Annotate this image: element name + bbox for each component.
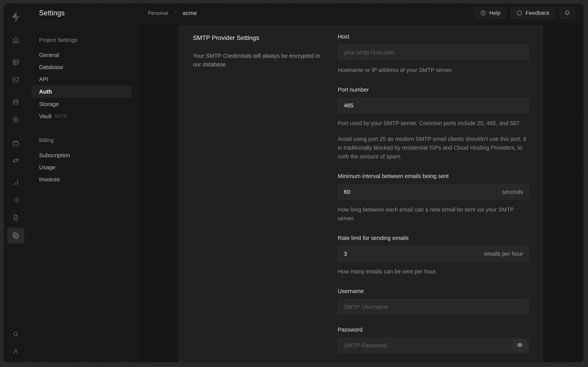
port-warning-note: Avoid using port 25 as modern SMTP email… <box>338 135 529 161</box>
rail-item-search[interactable] <box>7 326 24 341</box>
table-editor-icon <box>12 59 19 66</box>
chat-bubble-icon <box>517 10 523 16</box>
smtp-settings-panel: SMTP Provider Settings Your SMTP Credent… <box>178 25 543 362</box>
username-label: Username <box>338 288 529 294</box>
main-content: SMTP Provider Settings Your SMTP Credent… <box>137 23 584 362</box>
help-button-label: Help <box>489 10 500 16</box>
bell-icon <box>564 10 570 16</box>
file-text-icon <box>12 214 19 221</box>
rail-item-reports[interactable] <box>7 175 24 190</box>
sidebar-item-subscription[interactable]: Subscription <box>28 149 137 161</box>
lock-icon <box>12 116 19 123</box>
icon-rail <box>4 4 28 362</box>
port-input[interactable] <box>338 98 529 113</box>
user-icon <box>12 348 19 355</box>
sidebar-section-billing: Billing <box>28 136 137 144</box>
search-icon <box>12 330 19 337</box>
header-actions: Help Feedback <box>474 7 575 19</box>
sql-editor-icon <box>12 76 19 83</box>
interval-label: Minimum interval between emails being se… <box>338 173 529 179</box>
port-label: Port number <box>338 87 529 93</box>
username-field: Username <box>338 288 529 315</box>
rail-item-storage[interactable] <box>7 136 24 150</box>
port-helper: Port used by your SMTP server. Common po… <box>338 119 529 128</box>
sidebar-item-database[interactable]: Database <box>28 61 137 73</box>
smtp-form: Host Hostname or IP address of your SMTP… <box>338 25 543 362</box>
username-input[interactable] <box>338 300 529 314</box>
top-bar: Personal / acme Help Feedback <box>137 4 584 23</box>
interval-field: Minimum interval between emails being se… <box>338 173 529 223</box>
panel-intro: SMTP Provider Settings Your SMTP Credent… <box>178 25 338 362</box>
password-label: Password <box>338 326 529 333</box>
sidebar-item-invoices[interactable]: Invoices <box>28 173 137 185</box>
rail-item-account[interactable] <box>7 344 24 359</box>
toggle-password-visibility-button[interactable] <box>513 340 527 351</box>
host-helper: Hostname or IP address of your SMTP serv… <box>338 66 529 75</box>
help-circle-icon <box>480 10 486 16</box>
breadcrumb-separator: / <box>175 10 176 16</box>
settings-sidebar: Project Settings General Database API Au… <box>28 23 137 362</box>
app-window: Settings Personal / acme Help Feedback <box>3 3 584 363</box>
panel-description: Your SMTP Credentials will always be enc… <box>193 51 325 69</box>
sidebar-section-project-settings: Project Settings <box>28 36 137 44</box>
home-icon <box>12 37 19 44</box>
rate-limit-helper: How many emails can be sent per hour. <box>338 267 529 276</box>
rail-item-project-settings[interactable] <box>7 228 24 244</box>
sidebar-item-general[interactable]: General <box>28 49 137 61</box>
password-field: Password <box>338 326 529 353</box>
rail-item-home[interactable] <box>7 33 24 48</box>
edge-functions-icon <box>12 157 19 164</box>
bar-chart-icon <box>12 179 19 186</box>
feedback-button-label: Feedback <box>526 10 549 16</box>
supabase-bolt-logo-icon <box>10 11 21 23</box>
gear-icon <box>12 232 19 239</box>
host-label: Host <box>338 33 529 40</box>
sidebar-item-vault[interactable]: Vault BETA <box>28 110 137 122</box>
help-button[interactable]: Help <box>474 7 507 19</box>
rail-item-authentication[interactable] <box>7 112 24 127</box>
sidebar-item-storage[interactable]: Storage <box>28 98 137 110</box>
host-input[interactable] <box>338 45 529 60</box>
list-icon <box>12 197 19 204</box>
interval-helper: How long between each email can a new em… <box>338 205 529 223</box>
rail-item-table-editor[interactable] <box>7 55 24 70</box>
rate-limit-input[interactable] <box>338 246 529 261</box>
beta-badge: BETA <box>55 114 67 119</box>
sidebar-item-auth[interactable]: Auth <box>31 85 131 98</box>
app-logo[interactable] <box>10 4 21 30</box>
breadcrumb-project[interactable]: acme <box>183 10 197 16</box>
notifications-button[interactable] <box>560 7 575 19</box>
sidebar-item-usage[interactable]: Usage <box>28 161 137 173</box>
sidebar-header: Settings <box>28 4 137 23</box>
page-title: Settings <box>39 9 65 17</box>
breadcrumb-org[interactable]: Personal <box>148 10 168 16</box>
port-field: Port number Port used by your SMTP serve… <box>338 87 529 161</box>
database-icon <box>12 98 19 105</box>
storage-icon <box>12 140 19 147</box>
feedback-button[interactable]: Feedback <box>511 7 556 19</box>
rate-limit-label: Rate limit for sending emails <box>338 235 529 241</box>
rail-item-edge-functions[interactable] <box>7 153 24 168</box>
rail-item-sql-editor[interactable] <box>7 72 24 87</box>
rail-divider <box>7 171 24 172</box>
rate-limit-field: Rate limit for sending emails emails per… <box>338 235 529 276</box>
sidebar-item-api[interactable]: API <box>28 73 137 85</box>
rail-item-logs[interactable] <box>7 193 24 208</box>
rail-item-database[interactable] <box>7 94 24 109</box>
sidebar-divider <box>28 129 137 129</box>
host-field: Host Hostname or IP address of your SMTP… <box>338 33 529 75</box>
interval-input[interactable] <box>338 184 529 199</box>
password-input[interactable] <box>338 338 529 353</box>
panel-title: SMTP Provider Settings <box>193 34 338 42</box>
eye-icon <box>517 342 523 349</box>
rail-item-api-docs[interactable] <box>7 210 24 225</box>
rail-divider <box>7 51 24 51</box>
